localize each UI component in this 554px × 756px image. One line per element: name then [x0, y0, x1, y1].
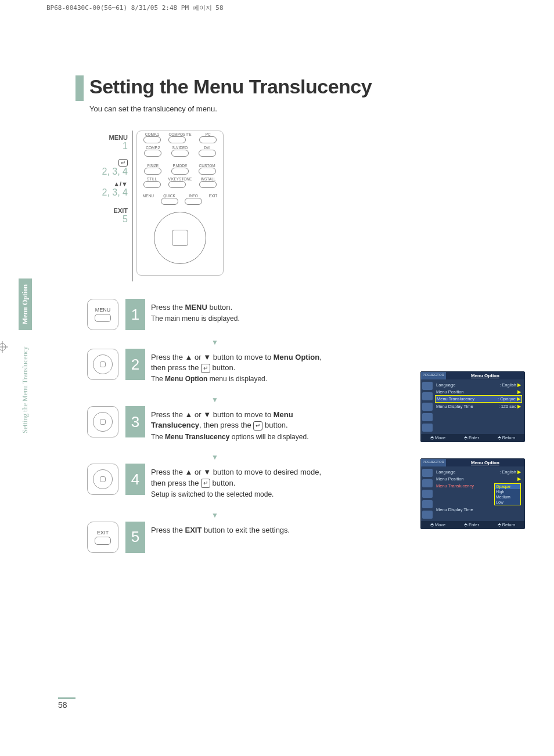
step-text: Press the MENU button.The main menu is d…	[145, 299, 246, 327]
instruction-step: MENU1Press the MENU button.The main menu…	[87, 299, 331, 330]
dpad-button-icon	[87, 406, 118, 437]
step-number: 4	[125, 464, 145, 495]
osd-menu-item[interactable]: Menu Translucency: Opaque ▶	[435, 395, 522, 403]
osd-dropdown-option[interactable]: High	[495, 489, 520, 494]
osd-menu-item[interactable]: Menu Position ▶	[436, 388, 521, 395]
osd-menu-item[interactable]: Language: English ▶	[436, 381, 521, 388]
osd-category-icons	[421, 466, 435, 521]
flow-arrow-icon: ▼	[99, 396, 331, 404]
page-subtitle: You can set the translucency of menu.	[89, 104, 519, 113]
osd-dropdown-option[interactable]: Low	[495, 500, 520, 505]
osd-projector-label: PROJECTOR	[421, 372, 446, 379]
osd-dropdown-option[interactable]: Medium	[495, 494, 520, 500]
remote-callout-labels: MENU 1 ↵ 2, 3, 4 ▲/▼ 2, 3, 4 EXIT 5	[87, 131, 128, 281]
osd-menu-item[interactable]: Menu Display Time	[436, 506, 521, 513]
step-text: Press the EXIT button to exit the settin…	[145, 522, 296, 539]
instruction-step: 2Press the ▲ or ▼ button to move to Menu…	[87, 349, 331, 388]
osd-menu-panel: PROJECTORMenu OptionLanguage: English ▶M…	[420, 458, 525, 529]
osd-title: Menu Option	[446, 372, 524, 379]
osd-title: Menu Option	[446, 459, 524, 466]
enter-icon: ↵	[118, 159, 128, 167]
side-tab-chapter: Menu Option	[19, 278, 32, 330]
dpad-button-icon	[87, 349, 118, 380]
page-title: Setting the Menu Translucency	[89, 75, 372, 98]
step-text: Press the ▲ or ▼ button to move to desir…	[145, 464, 331, 502]
osd-projector-label: PROJECTOR	[421, 459, 446, 466]
osd-menu-item[interactable]: Language: English ▶	[436, 468, 521, 475]
osd-menu-panel: PROJECTORMenu OptionLanguage: English ▶M…	[420, 371, 525, 442]
osd-menu-item-expanded[interactable]: Menu TranslucencyOpaqueHighMediumLow	[436, 482, 521, 506]
osd-category-icons	[421, 379, 435, 434]
remote-control-diagram: COMP.1 COMPOSITE PC COMP.2 S-VIDEO DVI P…	[136, 131, 224, 276]
step-text: Press the ▲ or ▼ button to move to Menu …	[145, 349, 331, 388]
step-number: 2	[125, 349, 145, 380]
print-header: BP68-00430C-00(56~61) 8/31/05 2:48 PM 페이…	[46, 3, 224, 12]
menu-button-icon: MENU	[87, 299, 118, 330]
dpad-icon	[154, 212, 206, 264]
step-number: 1	[125, 299, 145, 330]
osd-dropdown-popup[interactable]: OpaqueHighMediumLow	[494, 483, 521, 505]
osd-footer-hints: ⬘ Move⬘ Enter⬘ Return	[421, 434, 524, 442]
osd-menu-item[interactable]: Menu Display Time: 120 sec ▶	[436, 403, 521, 410]
flow-arrow-icon: ▼	[99, 511, 331, 519]
instruction-step: 3Press the ▲ or ▼ button to move to Menu…	[87, 406, 331, 445]
title-accent-bar	[75, 75, 84, 101]
step-text: Press the ▲ or ▼ button to move to Menu …	[145, 406, 331, 445]
instruction-step: 4Press the ▲ or ▼ button to move to desi…	[87, 464, 331, 502]
instruction-step: EXIT5Press the EXIT button to exit the s…	[87, 522, 331, 553]
flow-arrow-icon: ▼	[99, 338, 331, 346]
osd-menu-item[interactable]: Menu Position▶	[436, 475, 521, 482]
exit-button-icon: EXIT	[87, 522, 118, 553]
dpad-button-icon	[87, 464, 118, 495]
osd-footer-hints: ⬘ Move⬘ Enter⬘ Return	[421, 521, 524, 529]
registration-mark-icon	[0, 341, 8, 353]
step-number: 5	[125, 522, 145, 553]
flow-arrow-icon: ▼	[99, 453, 331, 461]
side-tab-section: Setting the Menu Translucency	[19, 341, 32, 439]
osd-dropdown-option[interactable]: Opaque	[495, 484, 520, 489]
step-number: 3	[125, 406, 145, 437]
page-number: 58	[58, 697, 75, 710]
